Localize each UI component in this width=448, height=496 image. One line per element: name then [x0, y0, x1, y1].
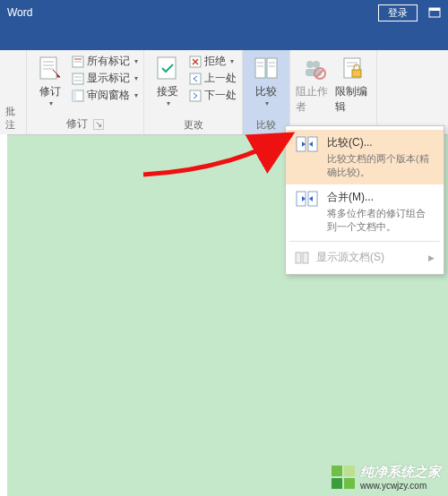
svg-rect-14: [158, 57, 176, 79]
group-label-tracking: 修订: [66, 116, 88, 132]
svg-rect-9: [73, 73, 83, 84]
submenu-arrow-icon: ▶: [428, 253, 435, 262]
svg-rect-2: [40, 57, 56, 79]
reject-icon: [189, 56, 202, 68]
combine-icon: [295, 190, 320, 234]
accept-label: 接受: [157, 84, 178, 99]
restrict-editing-button[interactable]: 限制编辑: [335, 52, 371, 115]
compare-item-desc: 比较文档的两个版本(精确比较)。: [327, 152, 435, 179]
title-bar: Word 登录: [0, 0, 448, 25]
track-changes-label: 修订: [39, 84, 61, 99]
show-source-label: 显示源文档(S): [316, 250, 384, 265]
display-for-review-dropdown[interactable]: 所有标记▾: [72, 54, 138, 69]
compare-documents-item[interactable]: 比较(C)... 比较文档的两个版本(精确比较)。: [286, 130, 444, 184]
prev-icon: [189, 73, 202, 85]
block-authors-button[interactable]: 阻止作者: [296, 52, 332, 115]
prev-label: 上一处: [204, 71, 237, 86]
show-markup-dropdown[interactable]: 显示标记▾: [72, 71, 138, 86]
pane-icon: [72, 90, 84, 102]
protect-group: 阻止作者 限制编辑: [290, 50, 377, 134]
all-markup-label: 所有标记: [87, 54, 130, 69]
compare-group: 比较 ▾ 比较: [243, 50, 290, 134]
svg-rect-32: [352, 70, 361, 77]
ribbon: 批注 修订 ▾ 所有标记▾ 显示标记▾: [0, 25, 448, 135]
show-markup-label: 显示标记: [87, 71, 130, 86]
restrict-editing-label: 限制编辑: [335, 84, 371, 115]
changes-group: 接受 ▾ 拒绝▾ 上一处 下一处: [144, 50, 243, 134]
group-label-comments: 批注: [5, 103, 21, 134]
previous-change-button[interactable]: 上一处: [189, 71, 237, 86]
svg-rect-16: [190, 73, 201, 84]
compare-item-title: 比较(C)...: [327, 135, 435, 150]
document-edge: [0, 134, 7, 496]
show-source-docs-item: 显示源文档(S) ▶: [286, 244, 444, 270]
markup-icon: [72, 56, 84, 68]
svg-point-24: [306, 61, 314, 68]
reject-label: 拒绝: [204, 54, 226, 69]
compare-button[interactable]: 比较 ▾: [248, 52, 284, 107]
app-title: Word: [7, 6, 371, 19]
show-markup-icon: [72, 73, 84, 85]
chevron-down-icon: ▾: [265, 99, 269, 107]
ribbon-display-icon[interactable]: [428, 7, 441, 18]
svg-rect-37: [296, 252, 301, 263]
accept-button[interactable]: 接受 ▾: [150, 52, 185, 107]
reviewing-pane-dropdown[interactable]: 审阅窗格▾: [72, 88, 138, 103]
svg-rect-18: [255, 58, 265, 78]
svg-rect-17: [190, 90, 201, 101]
watermark-url: www.ycwjzy.com: [360, 481, 441, 491]
next-label: 下一处: [204, 88, 237, 103]
tracking-group: 修订 ▾ 所有标记▾ 显示标记▾ 审阅窗格▾: [27, 50, 144, 134]
reviewing-pane-label: 审阅窗格: [87, 88, 130, 103]
compare-label: 比较: [255, 84, 277, 99]
svg-rect-13: [73, 90, 76, 101]
track-changes-button[interactable]: 修订 ▾: [32, 52, 68, 107]
tracking-dialog-launcher[interactable]: ↘: [93, 119, 104, 130]
combine-item-title: 合并(M)...: [327, 190, 435, 205]
next-icon: [189, 90, 202, 102]
watermark: 纯净系统之家 www.ycwjzy.com: [332, 464, 441, 491]
source-docs-icon: [295, 252, 309, 264]
chevron-down-icon: ▾: [167, 99, 170, 107]
reject-button[interactable]: 拒绝▾: [189, 54, 237, 69]
menu-separator: [289, 241, 440, 242]
svg-point-25: [313, 61, 320, 68]
watermark-logo: [332, 466, 355, 489]
group-label-changes: 更改: [184, 116, 203, 134]
next-change-button[interactable]: 下一处: [189, 88, 237, 103]
compare-icon: [295, 135, 320, 179]
block-authors-label: 阻止作者: [296, 84, 332, 115]
comments-group-partial: 批注: [0, 50, 27, 134]
svg-rect-38: [303, 252, 308, 263]
combine-documents-item[interactable]: 合并(M)... 将多位作者的修订组合到一个文档中。: [286, 184, 444, 239]
combine-item-desc: 将多位作者的修订组合到一个文档中。: [327, 207, 435, 234]
svg-rect-19: [267, 58, 277, 78]
group-label-compare: 比较: [256, 116, 276, 134]
chevron-down-icon: ▾: [49, 99, 53, 107]
login-button[interactable]: 登录: [378, 4, 418, 21]
svg-rect-1: [429, 8, 440, 11]
watermark-title: 纯净系统之家: [360, 464, 441, 481]
compare-dropdown-menu: 比较(C)... 比较文档的两个版本(精确比较)。 合并(M)... 将多位作者…: [285, 125, 444, 275]
